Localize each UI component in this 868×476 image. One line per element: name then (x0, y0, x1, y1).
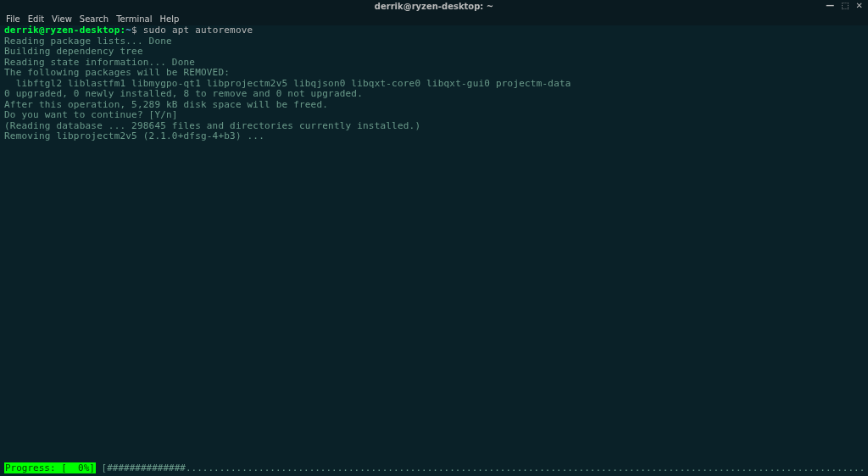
menu-file[interactable]: File (6, 14, 20, 24)
output-line: Removing libprojectm2v5 (2.1.0+dfsg-4+b3… (4, 130, 264, 141)
window-titlebar: derrik@ryzen-desktop: ~ — ⬚ ✕ (0, 0, 868, 12)
output-line: Building dependency tree (4, 46, 143, 57)
output-line: The following packages will be REMOVED: (4, 67, 230, 78)
output-line: Reading package lists... Done (4, 36, 172, 47)
output-line: Reading state information... Done (4, 57, 195, 68)
maximize-icon[interactable]: ⬚ (841, 0, 849, 12)
progress-bar: [##############.........................… (96, 462, 864, 473)
terminal-output-area[interactable]: derrik@ryzen-desktop:~$ sudo apt autorem… (0, 25, 868, 476)
progress-percent-label: Progress: [ 0%] (4, 462, 96, 473)
minimize-icon[interactable]: — (826, 0, 834, 12)
progress-status-line: Progress: [ 0%] [##############.........… (0, 462, 868, 473)
output-line: Do you want to continue? [Y/n] (4, 109, 178, 120)
menu-search[interactable]: Search (80, 14, 108, 24)
command-text: sudo apt autoremove (143, 25, 253, 36)
output-line: 0 upgraded, 0 newly installed, 8 to remo… (4, 88, 363, 99)
window-title: derrik@ryzen-desktop: ~ (375, 2, 493, 11)
menu-terminal[interactable]: Terminal (116, 14, 152, 24)
window-controls: — ⬚ ✕ (826, 0, 863, 12)
menubar: File Edit View Search Terminal Help (0, 12, 868, 25)
prompt-userhost: derrik@ryzen-desktop: (4, 25, 125, 36)
output-line: After this operation, 5,289 kB disk spac… (4, 99, 328, 110)
output-line: libftgl2 liblastfm1 libmygpo-qt1 libproj… (4, 78, 571, 89)
output-line: (Reading database ... 298645 files and d… (4, 120, 420, 131)
menu-help[interactable]: Help (159, 14, 179, 24)
close-icon[interactable]: ✕ (856, 0, 863, 12)
prompt-sigil: $ (131, 25, 137, 36)
menu-view[interactable]: View (52, 14, 72, 24)
menu-edit[interactable]: Edit (28, 14, 44, 24)
